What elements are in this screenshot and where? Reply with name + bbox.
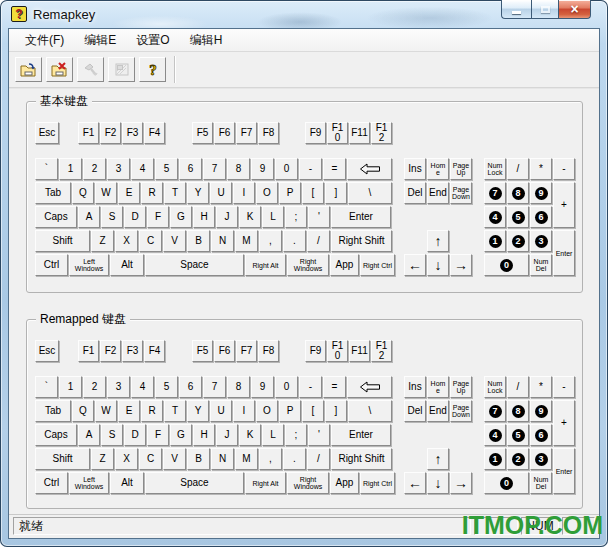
- key-tab[interactable]: Tab: [35, 182, 71, 204]
- key-h[interactable]: H: [193, 424, 215, 446]
- key-arrow-right[interactable]: →: [450, 472, 472, 494]
- key-f8[interactable]: F8: [258, 122, 279, 144]
- key-numpad-slash[interactable]: /: [507, 158, 529, 180]
- key-caps[interactable]: Caps: [35, 424, 77, 446]
- key-equals[interactable]: =: [323, 376, 346, 398]
- key-a[interactable]: A: [78, 424, 100, 446]
- key-y[interactable]: Y: [187, 182, 209, 204]
- key-f1[interactable]: F1: [78, 340, 99, 362]
- key-v[interactable]: V: [163, 448, 186, 470]
- key-r[interactable]: R: [141, 182, 163, 204]
- key-numpad-6[interactable]: 6: [530, 206, 552, 228]
- key-k[interactable]: K: [239, 206, 261, 228]
- key-page-down[interactable]: Page Down: [450, 182, 472, 204]
- titlebar[interactable]: ? Remapkey ×: [0, 0, 608, 28]
- key-f10[interactable]: F10: [327, 340, 348, 362]
- key-u[interactable]: U: [210, 400, 232, 422]
- key-numpad-8[interactable]: 8: [507, 400, 529, 422]
- key-f9[interactable]: F9: [305, 340, 326, 362]
- key-numpad-4[interactable]: 4: [484, 206, 506, 228]
- key-tab[interactable]: Tab: [35, 400, 71, 422]
- key-arrow-up[interactable]: ↑: [427, 230, 449, 252]
- help-button[interactable]: ?: [139, 57, 166, 82]
- key-f6[interactable]: F6: [214, 122, 235, 144]
- key-w[interactable]: W: [95, 182, 117, 204]
- key-numpad-num-lock[interactable]: Num Lock: [484, 376, 506, 398]
- key-right-windows[interactable]: Right Windows: [287, 254, 329, 276]
- key-numpad-enter[interactable]: Enter: [553, 448, 575, 494]
- key-arrow-down[interactable]: ↓: [427, 254, 449, 276]
- key-numpad-3[interactable]: 3: [530, 448, 552, 470]
- key-v[interactable]: V: [163, 230, 186, 252]
- key-numpad-num-del[interactable]: Num Del: [530, 254, 552, 276]
- key-y[interactable]: Y: [187, 400, 209, 422]
- key-numpad-2[interactable]: 2: [507, 448, 529, 470]
- key-l[interactable]: L: [262, 424, 284, 446]
- key-numpad-plus[interactable]: +: [553, 400, 575, 446]
- key-x[interactable]: X: [115, 230, 138, 252]
- key-numpad-7[interactable]: 7: [484, 182, 506, 204]
- key-h[interactable]: H: [193, 206, 215, 228]
- key-n[interactable]: N: [211, 230, 234, 252]
- key-q[interactable]: Q: [72, 182, 94, 204]
- key-bracket-left[interactable]: [: [302, 182, 324, 204]
- key-numpad-minus[interactable]: -: [553, 158, 575, 180]
- key-end[interactable]: End: [427, 400, 449, 422]
- key-u[interactable]: U: [210, 182, 232, 204]
- key-ctrl[interactable]: Ctrl: [35, 254, 68, 276]
- key-app[interactable]: App: [330, 472, 359, 494]
- key-t[interactable]: T: [164, 400, 186, 422]
- key-s[interactable]: S: [101, 206, 123, 228]
- key-6[interactable]: 6: [179, 376, 202, 398]
- key-backslash[interactable]: \: [348, 182, 392, 204]
- key-5[interactable]: 5: [155, 376, 178, 398]
- key-k[interactable]: K: [239, 424, 261, 446]
- key-q[interactable]: Q: [72, 400, 94, 422]
- key-0[interactable]: 0: [275, 376, 298, 398]
- key-f9[interactable]: F9: [305, 122, 326, 144]
- key-ins[interactable]: Ins: [404, 158, 426, 180]
- key-j[interactable]: J: [216, 206, 238, 228]
- key-5[interactable]: 5: [155, 158, 178, 180]
- key-backtick[interactable]: `: [35, 376, 58, 398]
- key-0[interactable]: 0: [275, 158, 298, 180]
- key-f3[interactable]: F3: [122, 122, 143, 144]
- key-numpad-6[interactable]: 6: [530, 424, 552, 446]
- key-period[interactable]: .: [283, 448, 306, 470]
- key-app[interactable]: App: [330, 254, 359, 276]
- delete-remap-button[interactable]: [46, 57, 73, 82]
- key-f10[interactable]: F10: [327, 122, 348, 144]
- key-arrow-left[interactable]: ←: [404, 254, 426, 276]
- key-page-down[interactable]: Page Down: [450, 400, 472, 422]
- key-caps[interactable]: Caps: [35, 206, 77, 228]
- key-r[interactable]: R: [141, 400, 163, 422]
- key-m[interactable]: M: [235, 230, 258, 252]
- key-right-alt[interactable]: Right Alt: [245, 472, 286, 494]
- key-f12[interactable]: F12: [371, 122, 392, 144]
- key-home[interactable]: Home: [427, 158, 449, 180]
- key-page-up[interactable]: Page Up: [450, 376, 472, 398]
- key-c[interactable]: C: [139, 448, 162, 470]
- menu-item-settings[interactable]: 设置O: [126, 29, 179, 52]
- key-enter[interactable]: Enter: [331, 424, 391, 446]
- key-arrow-down[interactable]: ↓: [427, 472, 449, 494]
- key-f3[interactable]: F3: [122, 340, 143, 362]
- key-9[interactable]: 9: [251, 376, 274, 398]
- key-t[interactable]: T: [164, 182, 186, 204]
- key-2[interactable]: 2: [83, 376, 106, 398]
- key-numpad-slash[interactable]: /: [507, 376, 529, 398]
- key-3[interactable]: 3: [107, 158, 130, 180]
- key-numpad-4[interactable]: 4: [484, 424, 506, 446]
- key-right-alt[interactable]: Right Alt: [245, 254, 286, 276]
- key-1[interactable]: 1: [59, 158, 82, 180]
- key-f6[interactable]: F6: [214, 340, 235, 362]
- key-g[interactable]: G: [170, 206, 192, 228]
- key-1[interactable]: 1: [59, 376, 82, 398]
- key-quote[interactable]: ': [308, 206, 330, 228]
- key-comma[interactable]: ,: [259, 448, 282, 470]
- key-esc[interactable]: Esc: [35, 122, 59, 144]
- key-left-windows[interactable]: Left Windows: [69, 472, 109, 494]
- key-f5[interactable]: F5: [192, 340, 213, 362]
- key-numpad-asterisk[interactable]: *: [530, 376, 552, 398]
- key-minus[interactable]: -: [299, 158, 322, 180]
